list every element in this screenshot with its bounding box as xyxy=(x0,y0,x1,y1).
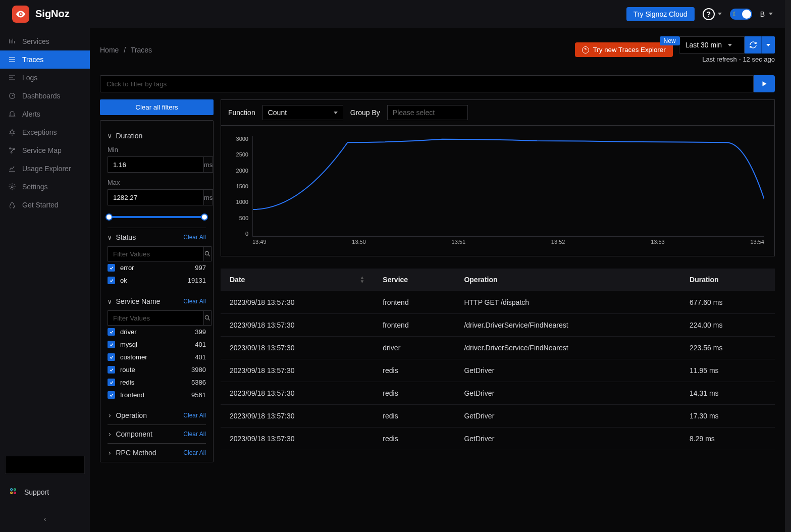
filter-section-component[interactable]: ›ComponentClear All xyxy=(108,430,206,438)
filter-option-mysql[interactable]: mysql401 xyxy=(108,338,206,351)
filter-section-rpc-method[interactable]: ›RPC MethodClear All xyxy=(108,449,206,457)
sidebar-item-traces[interactable]: Traces xyxy=(0,50,90,69)
filter-option-route[interactable]: route3980 xyxy=(108,363,206,376)
filter-option-customer[interactable]: customer401 xyxy=(108,351,206,363)
map-icon xyxy=(8,146,16,154)
eye-icon xyxy=(12,6,29,23)
compass-icon xyxy=(582,46,589,54)
try-cloud-button[interactable]: Try Signoz Cloud xyxy=(626,7,695,21)
table-row[interactable]: 2023/09/18 13:57:30redisGetDriver8.29 ms xyxy=(221,428,775,450)
support-label: Support xyxy=(24,488,49,496)
rocket-icon xyxy=(8,201,16,209)
col-operation[interactable]: Operation xyxy=(455,269,680,291)
table-row[interactable]: 2023/09/18 13:57:30driver/driver.DriverS… xyxy=(221,337,775,359)
brand-logo[interactable]: SigNoz xyxy=(12,6,70,23)
new-badge: New xyxy=(660,36,680,45)
sidebar-item-label: Traces xyxy=(22,56,43,64)
clear-status-link[interactable]: Clear All xyxy=(183,234,206,241)
filter-section-status[interactable]: ∨ Status Clear All xyxy=(108,233,206,241)
filter-section-operation[interactable]: ›OperationClear All xyxy=(108,411,206,419)
run-query-button[interactable] xyxy=(754,75,775,92)
status-filter-input[interactable] xyxy=(108,246,203,261)
clear-link[interactable]: Clear All xyxy=(183,412,206,419)
sidebar-item-exceptions[interactable]: Exceptions xyxy=(0,123,90,141)
chevron-down-icon xyxy=(728,44,732,46)
chart-yaxis: 300025002000150010005000 xyxy=(231,136,248,237)
col-service[interactable]: Service xyxy=(374,269,455,291)
sidebar-item-logs[interactable]: Logs xyxy=(0,69,90,87)
checkbox-icon xyxy=(108,353,115,361)
sidebar-item-dashboards[interactable]: Dashboards xyxy=(0,87,90,105)
table-row[interactable]: 2023/09/18 13:57:30frontend/driver.Drive… xyxy=(221,314,775,337)
function-select[interactable]: Count xyxy=(262,105,343,120)
time-range-select[interactable]: Last 30 min xyxy=(679,36,745,54)
help-menu[interactable]: ? xyxy=(703,8,722,20)
filter-option-error[interactable]: error997 xyxy=(108,261,206,274)
filter-section-duration[interactable]: ∨ Duration xyxy=(108,132,206,140)
chevron-right-icon: › xyxy=(108,411,112,419)
topbar: SigNoz Try Signoz Cloud ? ☾ B xyxy=(0,0,785,28)
sidebar-item-usage-explorer[interactable]: Usage Explorer xyxy=(0,159,90,178)
table-row[interactable]: 2023/09/18 13:57:30frontendHTTP GET /dis… xyxy=(221,291,775,314)
chevron-down-icon: ∨ xyxy=(108,233,112,241)
play-icon xyxy=(761,80,768,87)
svg-point-12 xyxy=(205,315,208,319)
sidebar-support[interactable]: Support xyxy=(0,477,90,507)
table-row[interactable]: 2023/09/18 13:57:30redisGetDriver14.31 m… xyxy=(221,382,775,405)
bug-icon xyxy=(8,128,16,136)
try-explorer-button[interactable]: Try new Traces Explorer New xyxy=(575,42,673,57)
table-row[interactable]: 2023/09/18 13:57:30redisGetDriver17.30 m… xyxy=(221,405,775,428)
clear-link[interactable]: Clear All xyxy=(183,449,206,456)
sidebar-item-label: Services xyxy=(22,37,49,45)
duration-slider[interactable] xyxy=(108,210,206,223)
svg-point-4 xyxy=(14,148,15,150)
filter-section-service[interactable]: ∨ Service Name Clear All xyxy=(108,297,206,305)
service-filter-input[interactable] xyxy=(108,310,203,326)
refresh-options-button[interactable] xyxy=(762,36,775,54)
chevron-down-icon xyxy=(769,13,773,15)
table-row[interactable]: 2023/09/18 13:57:30redisGetDriver11.95 m… xyxy=(221,359,775,382)
slider-thumb-max[interactable] xyxy=(201,214,208,221)
chevron-left-icon: ‹ xyxy=(44,515,46,523)
clear-service-link[interactable]: Clear All xyxy=(183,298,206,305)
function-label: Function xyxy=(228,109,255,117)
clear-all-filters-button[interactable]: Clear all filters xyxy=(100,99,214,115)
sidebar-item-settings[interactable]: Settings xyxy=(0,178,90,196)
sidebar-item-services[interactable]: Services xyxy=(0,32,90,50)
user-menu[interactable]: B xyxy=(760,10,773,18)
filter-option-frontend[interactable]: frontend9561 xyxy=(108,389,206,401)
traces-table: Date▲▼ServiceOperationDuration 2023/09/1… xyxy=(221,269,775,450)
col-date[interactable]: Date▲▼ xyxy=(221,269,374,291)
max-label: Max xyxy=(108,179,206,186)
filter-option-redis[interactable]: redis5386 xyxy=(108,376,206,389)
slider-thumb-min[interactable] xyxy=(106,214,113,221)
svg-point-0 xyxy=(20,13,22,15)
tag-filter-input[interactable] xyxy=(100,75,754,92)
chart-plot[interactable] xyxy=(252,136,764,237)
theme-toggle[interactable]: ☾ xyxy=(730,9,752,20)
clear-link[interactable]: Clear All xyxy=(183,431,206,438)
sidebar-item-alerts[interactable]: Alerts xyxy=(0,105,90,123)
search-icon[interactable] xyxy=(203,246,212,261)
filter-option-ok[interactable]: ok19131 xyxy=(108,274,206,287)
sidebar-item-label: Get Started xyxy=(22,201,59,209)
filters-panel: Clear all filters ∨ Duration Min ms xyxy=(100,99,214,462)
filter-option-driver[interactable]: driver399 xyxy=(108,326,206,338)
sidebar-item-service-map[interactable]: Service Map xyxy=(0,141,90,159)
breadcrumb-home[interactable]: Home xyxy=(100,46,119,54)
sidebar-item-label: Dashboards xyxy=(22,92,61,100)
sidebar-item-get-started[interactable]: Get Started xyxy=(0,196,90,214)
search-icon[interactable] xyxy=(203,310,212,326)
groupby-select[interactable]: Please select xyxy=(387,105,468,120)
user-initial: B xyxy=(760,10,765,18)
gauge-icon xyxy=(8,92,16,100)
duration-min-input[interactable] xyxy=(108,156,203,173)
refresh-button[interactable] xyxy=(745,36,762,54)
main-content: Home / Traces Try new Traces Explorer Ne… xyxy=(90,28,785,532)
checkbox-icon xyxy=(108,379,115,386)
duration-max-input[interactable] xyxy=(108,189,203,205)
function-bar: Function Count Group By Please select xyxy=(221,99,775,126)
sort-icon: ▲▼ xyxy=(359,276,364,284)
sidebar-collapse-button[interactable]: ‹ xyxy=(0,507,90,532)
col-duration[interactable]: Duration xyxy=(680,269,775,291)
